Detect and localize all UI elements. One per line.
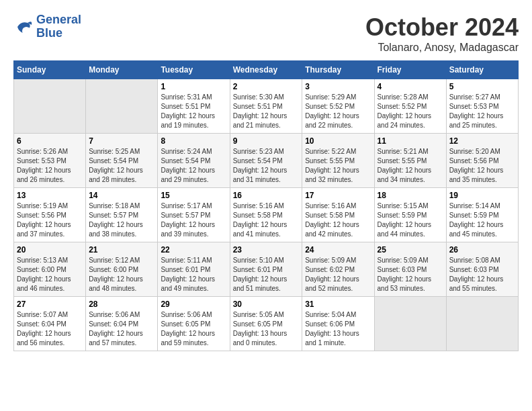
day-info: Sunrise: 5:12 AMSunset: 6:00 PMDaylight:… [89, 256, 154, 293]
day-info: Sunrise: 5:07 AMSunset: 6:04 PMDaylight:… [17, 310, 83, 348]
day-info: Sunrise: 5:30 AMSunset: 5:51 PMDaylight:… [233, 93, 300, 130]
day-number: 31 [305, 300, 371, 309]
calendar-cell: 6Sunrise: 5:26 AMSunset: 5:53 PMDaylight… [14, 134, 86, 188]
day-info: Sunrise: 5:28 AMSunset: 5:52 PMDaylight:… [378, 93, 443, 130]
calendar-cell: 22Sunrise: 5:11 AMSunset: 6:01 PMDayligh… [158, 242, 230, 297]
calendar-cell: 15Sunrise: 5:17 AMSunset: 5:57 PMDayligh… [158, 188, 230, 242]
calendar-cell: 11Sunrise: 5:21 AMSunset: 5:55 PMDayligh… [374, 134, 446, 188]
day-number: 15 [161, 191, 226, 200]
day-number: 6 [17, 136, 83, 146]
week-row-1: 1Sunrise: 5:31 AMSunset: 5:51 PMDaylight… [14, 79, 519, 134]
day-info: Sunrise: 5:10 AMSunset: 6:01 PMDaylight:… [233, 256, 300, 293]
logo-text: General Blue [36, 13, 81, 40]
calendar-cell: 24Sunrise: 5:09 AMSunset: 6:02 PMDayligh… [302, 242, 374, 297]
calendar-cell: 17Sunrise: 5:16 AMSunset: 5:58 PMDayligh… [302, 188, 374, 242]
day-number: 18 [378, 191, 443, 200]
day-number: 12 [449, 136, 515, 146]
day-info: Sunrise: 5:15 AMSunset: 5:59 PMDaylight:… [378, 201, 443, 239]
weekday-header-row: SundayMondayTuesdayWednesdayThursdayFrid… [14, 61, 519, 79]
title-block: October 2024 Tolanaro, Anosy, Madagascar [365, 13, 519, 54]
day-number: 11 [378, 136, 443, 146]
day-info: Sunrise: 5:29 AMSunset: 5:52 PMDaylight:… [305, 93, 371, 130]
week-row-3: 13Sunrise: 5:19 AMSunset: 5:56 PMDayligh… [14, 188, 519, 242]
calendar-cell: 14Sunrise: 5:18 AMSunset: 5:57 PMDayligh… [86, 188, 158, 242]
day-number: 25 [378, 245, 443, 255]
day-number: 29 [161, 300, 226, 309]
day-info: Sunrise: 5:22 AMSunset: 5:55 PMDaylight:… [305, 147, 371, 185]
weekday-header-sunday: Sunday [14, 61, 86, 79]
day-info: Sunrise: 5:11 AMSunset: 6:01 PMDaylight:… [161, 256, 226, 293]
calendar-cell: 8Sunrise: 5:24 AMSunset: 5:54 PMDaylight… [158, 134, 230, 188]
week-row-2: 6Sunrise: 5:26 AMSunset: 5:53 PMDaylight… [14, 134, 519, 188]
weekday-header-thursday: Thursday [302, 61, 374, 79]
calendar-cell: 18Sunrise: 5:15 AMSunset: 5:59 PMDayligh… [374, 188, 446, 242]
logo-icon [13, 17, 34, 37]
day-info: Sunrise: 5:04 AMSunset: 6:06 PMDaylight:… [305, 310, 371, 348]
calendar-cell: 23Sunrise: 5:10 AMSunset: 6:01 PMDayligh… [230, 242, 302, 297]
day-info: Sunrise: 5:06 AMSunset: 6:05 PMDaylight:… [161, 310, 226, 348]
day-info: Sunrise: 5:25 AMSunset: 5:54 PMDaylight:… [89, 147, 154, 185]
weekday-header-friday: Friday [374, 61, 446, 79]
calendar-cell: 13Sunrise: 5:19 AMSunset: 5:56 PMDayligh… [14, 188, 86, 242]
day-number: 26 [449, 245, 515, 255]
week-row-4: 20Sunrise: 5:13 AMSunset: 6:00 PMDayligh… [14, 242, 519, 297]
calendar-cell [14, 79, 86, 134]
calendar-cell: 29Sunrise: 5:06 AMSunset: 6:05 PMDayligh… [158, 297, 230, 351]
calendar-cell: 26Sunrise: 5:08 AMSunset: 6:03 PMDayligh… [446, 242, 518, 297]
logo: General Blue [13, 13, 81, 40]
day-info: Sunrise: 5:27 AMSunset: 5:53 PMDaylight:… [449, 93, 515, 130]
day-number: 3 [305, 82, 371, 91]
day-info: Sunrise: 5:21 AMSunset: 5:55 PMDaylight:… [378, 147, 443, 185]
day-info: Sunrise: 5:24 AMSunset: 5:54 PMDaylight:… [161, 147, 226, 185]
weekday-header-wednesday: Wednesday [230, 61, 302, 79]
day-info: Sunrise: 5:17 AMSunset: 5:57 PMDaylight:… [161, 201, 226, 239]
calendar-cell [374, 297, 446, 351]
day-number: 14 [89, 191, 154, 200]
calendar-cell [86, 79, 158, 134]
day-number: 19 [449, 191, 515, 200]
calendar-cell: 7Sunrise: 5:25 AMSunset: 5:54 PMDaylight… [86, 134, 158, 188]
day-number: 21 [89, 245, 154, 255]
day-info: Sunrise: 5:16 AMSunset: 5:58 PMDaylight:… [305, 201, 371, 239]
calendar-cell: 28Sunrise: 5:06 AMSunset: 6:04 PMDayligh… [86, 297, 158, 351]
day-number: 23 [233, 245, 300, 255]
day-number: 8 [161, 136, 226, 146]
day-info: Sunrise: 5:31 AMSunset: 5:51 PMDaylight:… [161, 93, 226, 130]
day-info: Sunrise: 5:09 AMSunset: 6:02 PMDaylight:… [305, 256, 371, 293]
calendar-cell: 31Sunrise: 5:04 AMSunset: 6:06 PMDayligh… [302, 297, 374, 351]
calendar-cell: 4Sunrise: 5:28 AMSunset: 5:52 PMDaylight… [374, 79, 446, 134]
weekday-header-tuesday: Tuesday [158, 61, 230, 79]
day-number: 16 [233, 191, 300, 200]
calendar-cell: 25Sunrise: 5:09 AMSunset: 6:03 PMDayligh… [374, 242, 446, 297]
calendar-cell: 12Sunrise: 5:20 AMSunset: 5:56 PMDayligh… [446, 134, 518, 188]
day-info: Sunrise: 5:19 AMSunset: 5:56 PMDaylight:… [17, 201, 83, 239]
day-info: Sunrise: 5:23 AMSunset: 5:54 PMDaylight:… [233, 147, 300, 185]
calendar-cell: 9Sunrise: 5:23 AMSunset: 5:54 PMDaylight… [230, 134, 302, 188]
day-number: 30 [233, 300, 300, 309]
weekday-header-saturday: Saturday [446, 61, 518, 79]
day-info: Sunrise: 5:06 AMSunset: 6:04 PMDaylight:… [89, 310, 154, 348]
calendar-cell: 5Sunrise: 5:27 AMSunset: 5:53 PMDaylight… [446, 79, 518, 134]
day-number: 7 [89, 136, 154, 146]
weekday-header-monday: Monday [86, 61, 158, 79]
day-number: 28 [89, 300, 154, 309]
calendar-cell: 19Sunrise: 5:14 AMSunset: 5:59 PMDayligh… [446, 188, 518, 242]
calendar-cell [446, 297, 518, 351]
day-number: 17 [305, 191, 371, 200]
location-title: Tolanaro, Anosy, Madagascar [365, 42, 519, 54]
day-number: 24 [305, 245, 371, 255]
calendar-cell: 27Sunrise: 5:07 AMSunset: 6:04 PMDayligh… [14, 297, 86, 351]
day-number: 4 [378, 82, 443, 91]
day-info: Sunrise: 5:14 AMSunset: 5:59 PMDaylight:… [449, 201, 515, 239]
calendar-cell: 1Sunrise: 5:31 AMSunset: 5:51 PMDaylight… [158, 79, 230, 134]
calendar-cell: 16Sunrise: 5:16 AMSunset: 5:58 PMDayligh… [230, 188, 302, 242]
month-title: October 2024 [365, 13, 519, 42]
day-info: Sunrise: 5:16 AMSunset: 5:58 PMDaylight:… [233, 201, 300, 239]
day-info: Sunrise: 5:13 AMSunset: 6:00 PMDaylight:… [17, 256, 83, 293]
day-number: 1 [161, 82, 226, 91]
day-number: 27 [17, 300, 83, 309]
day-info: Sunrise: 5:09 AMSunset: 6:03 PMDaylight:… [378, 256, 443, 293]
week-row-5: 27Sunrise: 5:07 AMSunset: 6:04 PMDayligh… [14, 297, 519, 351]
calendar-cell: 3Sunrise: 5:29 AMSunset: 5:52 PMDaylight… [302, 79, 374, 134]
day-info: Sunrise: 5:08 AMSunset: 6:03 PMDaylight:… [449, 256, 515, 293]
